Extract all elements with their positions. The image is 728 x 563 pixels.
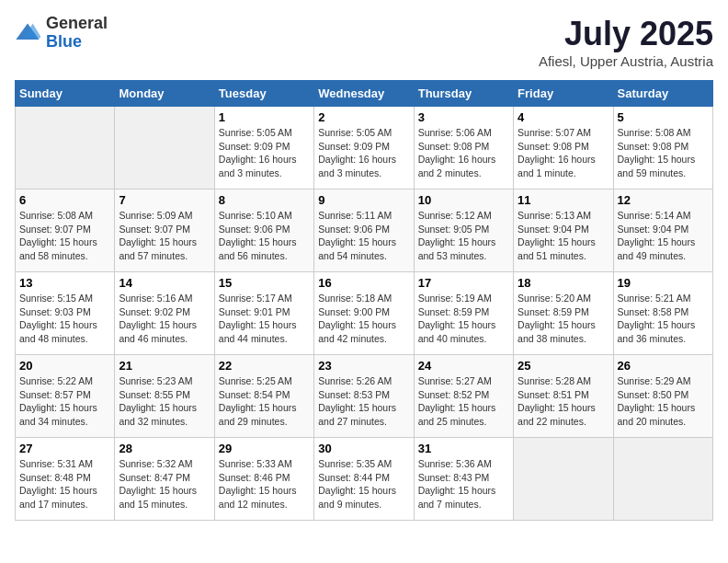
week-row-2: 13Sunrise: 5:15 AM Sunset: 9:03 PM Dayli… [16, 272, 713, 355]
day-detail: Sunrise: 5:28 AM Sunset: 8:51 PM Dayligh… [518, 374, 609, 429]
day-detail: Sunrise: 5:27 AM Sunset: 8:52 PM Dayligh… [418, 374, 509, 429]
day-cell: 27Sunrise: 5:31 AM Sunset: 8:48 PM Dayli… [16, 438, 115, 521]
logo-general-text: General [46, 15, 108, 33]
day-cell: 29Sunrise: 5:33 AM Sunset: 8:46 PM Dayli… [214, 438, 313, 521]
day-number: 11 [518, 193, 609, 207]
day-number: 6 [19, 193, 110, 207]
day-detail: Sunrise: 5:20 AM Sunset: 8:59 PM Dayligh… [518, 292, 609, 346]
day-number: 9 [318, 193, 409, 207]
title-block: July 2025 Afiesl, Upper Austria, Austria [539, 15, 713, 69]
day-cell: 28Sunrise: 5:32 AM Sunset: 8:47 PM Dayli… [115, 438, 214, 521]
day-number: 31 [418, 442, 509, 455]
day-number: 25 [518, 359, 609, 373]
day-cell: 12Sunrise: 5:14 AM Sunset: 9:04 PM Dayli… [613, 190, 712, 272]
day-cell [613, 438, 712, 521]
logo-blue-text: Blue [46, 33, 108, 52]
day-cell [16, 107, 115, 190]
day-detail: Sunrise: 5:21 AM Sunset: 8:58 PM Dayligh… [618, 292, 709, 346]
day-detail: Sunrise: 5:06 AM Sunset: 9:08 PM Dayligh… [418, 126, 509, 180]
day-number: 12 [618, 193, 709, 207]
day-number: 2 [318, 110, 409, 124]
day-detail: Sunrise: 5:08 AM Sunset: 9:08 PM Dayligh… [618, 126, 709, 180]
calendar-subtitle: Afiesl, Upper Austria, Austria [539, 53, 713, 69]
day-detail: Sunrise: 5:11 AM Sunset: 9:06 PM Dayligh… [318, 209, 409, 263]
day-number: 7 [119, 193, 210, 207]
day-detail: Sunrise: 5:09 AM Sunset: 9:07 PM Dayligh… [119, 209, 210, 263]
day-detail: Sunrise: 5:29 AM Sunset: 8:50 PM Dayligh… [618, 374, 709, 429]
day-detail: Sunrise: 5:18 AM Sunset: 9:00 PM Dayligh… [318, 292, 409, 346]
day-number: 18 [518, 276, 609, 290]
day-detail: Sunrise: 5:25 AM Sunset: 8:54 PM Dayligh… [219, 374, 310, 429]
day-number: 24 [418, 359, 509, 373]
day-detail: Sunrise: 5:10 AM Sunset: 9:06 PM Dayligh… [219, 209, 310, 263]
day-number: 16 [318, 276, 409, 290]
header-friday: Friday [514, 81, 613, 107]
day-cell: 17Sunrise: 5:19 AM Sunset: 8:59 PM Dayli… [414, 272, 513, 355]
day-number: 14 [119, 276, 210, 290]
day-cell [514, 438, 613, 521]
page-header: General Blue July 2025 Afiesl, Upper Aus… [15, 15, 713, 69]
day-detail: Sunrise: 5:33 AM Sunset: 8:46 PM Dayligh… [219, 457, 310, 511]
day-number: 29 [219, 442, 310, 455]
day-number: 27 [19, 442, 110, 455]
day-number: 10 [418, 193, 509, 207]
logo: General Blue [15, 15, 108, 52]
day-cell: 5Sunrise: 5:08 AM Sunset: 9:08 PM Daylig… [613, 107, 712, 190]
header-saturday: Saturday [613, 81, 712, 107]
day-cell: 3Sunrise: 5:06 AM Sunset: 9:08 PM Daylig… [414, 107, 513, 190]
day-number: 1 [219, 110, 310, 124]
day-cell: 2Sunrise: 5:05 AM Sunset: 9:09 PM Daylig… [314, 107, 414, 190]
day-cell: 11Sunrise: 5:13 AM Sunset: 9:04 PM Dayli… [514, 190, 613, 272]
day-number: 5 [618, 110, 709, 124]
day-number: 15 [219, 276, 310, 290]
week-row-1: 6Sunrise: 5:08 AM Sunset: 9:07 PM Daylig… [16, 190, 713, 272]
day-cell: 31Sunrise: 5:36 AM Sunset: 8:43 PM Dayli… [414, 438, 513, 521]
day-cell: 14Sunrise: 5:16 AM Sunset: 9:02 PM Dayli… [115, 272, 214, 355]
day-detail: Sunrise: 5:07 AM Sunset: 9:08 PM Dayligh… [518, 126, 609, 180]
day-detail: Sunrise: 5:13 AM Sunset: 9:04 PM Dayligh… [518, 209, 609, 263]
day-detail: Sunrise: 5:15 AM Sunset: 9:03 PM Dayligh… [19, 292, 110, 346]
header-monday: Monday [115, 81, 214, 107]
day-detail: Sunrise: 5:31 AM Sunset: 8:48 PM Dayligh… [19, 457, 110, 511]
logo-icon [15, 20, 40, 46]
day-cell: 9Sunrise: 5:11 AM Sunset: 9:06 PM Daylig… [314, 190, 414, 272]
day-detail: Sunrise: 5:26 AM Sunset: 8:53 PM Dayligh… [318, 374, 409, 429]
header-thursday: Thursday [414, 81, 513, 107]
day-detail: Sunrise: 5:16 AM Sunset: 9:02 PM Dayligh… [119, 292, 210, 346]
day-detail: Sunrise: 5:17 AM Sunset: 9:01 PM Dayligh… [219, 292, 310, 346]
day-number: 28 [119, 442, 210, 455]
day-cell: 10Sunrise: 5:12 AM Sunset: 9:05 PM Dayli… [414, 190, 513, 272]
header-wednesday: Wednesday [314, 81, 414, 107]
day-number: 23 [318, 359, 409, 373]
week-row-3: 20Sunrise: 5:22 AM Sunset: 8:57 PM Dayli… [16, 355, 713, 438]
day-cell: 30Sunrise: 5:35 AM Sunset: 8:44 PM Dayli… [314, 438, 414, 521]
day-detail: Sunrise: 5:32 AM Sunset: 8:47 PM Dayligh… [119, 457, 210, 511]
day-number: 26 [618, 359, 709, 373]
day-number: 3 [418, 110, 509, 124]
day-detail: Sunrise: 5:36 AM Sunset: 8:43 PM Dayligh… [418, 457, 509, 511]
day-cell: 1Sunrise: 5:05 AM Sunset: 9:09 PM Daylig… [214, 107, 313, 190]
day-cell: 19Sunrise: 5:21 AM Sunset: 8:58 PM Dayli… [613, 272, 712, 355]
day-cell: 22Sunrise: 5:25 AM Sunset: 8:54 PM Dayli… [214, 355, 313, 438]
day-detail: Sunrise: 5:12 AM Sunset: 9:05 PM Dayligh… [418, 209, 509, 263]
day-number: 21 [119, 359, 210, 373]
day-cell: 7Sunrise: 5:09 AM Sunset: 9:07 PM Daylig… [115, 190, 214, 272]
day-number: 20 [19, 359, 110, 373]
day-cell: 4Sunrise: 5:07 AM Sunset: 9:08 PM Daylig… [514, 107, 613, 190]
day-number: 30 [318, 442, 409, 455]
day-cell: 16Sunrise: 5:18 AM Sunset: 9:00 PM Dayli… [314, 272, 414, 355]
day-detail: Sunrise: 5:23 AM Sunset: 8:55 PM Dayligh… [119, 374, 210, 429]
day-detail: Sunrise: 5:22 AM Sunset: 8:57 PM Dayligh… [19, 374, 110, 429]
week-row-4: 27Sunrise: 5:31 AM Sunset: 8:48 PM Dayli… [16, 438, 713, 521]
week-row-0: 1Sunrise: 5:05 AM Sunset: 9:09 PM Daylig… [16, 107, 713, 190]
day-number: 13 [19, 276, 110, 290]
day-cell: 13Sunrise: 5:15 AM Sunset: 9:03 PM Dayli… [16, 272, 115, 355]
day-number: 22 [219, 359, 310, 373]
day-cell: 20Sunrise: 5:22 AM Sunset: 8:57 PM Dayli… [16, 355, 115, 438]
day-cell: 21Sunrise: 5:23 AM Sunset: 8:55 PM Dayli… [115, 355, 214, 438]
day-number: 19 [618, 276, 709, 290]
calendar-title: July 2025 [539, 15, 713, 53]
calendar-header-row: SundayMondayTuesdayWednesdayThursdayFrid… [16, 81, 713, 107]
day-cell: 18Sunrise: 5:20 AM Sunset: 8:59 PM Dayli… [514, 272, 613, 355]
day-detail: Sunrise: 5:14 AM Sunset: 9:04 PM Dayligh… [618, 209, 709, 263]
